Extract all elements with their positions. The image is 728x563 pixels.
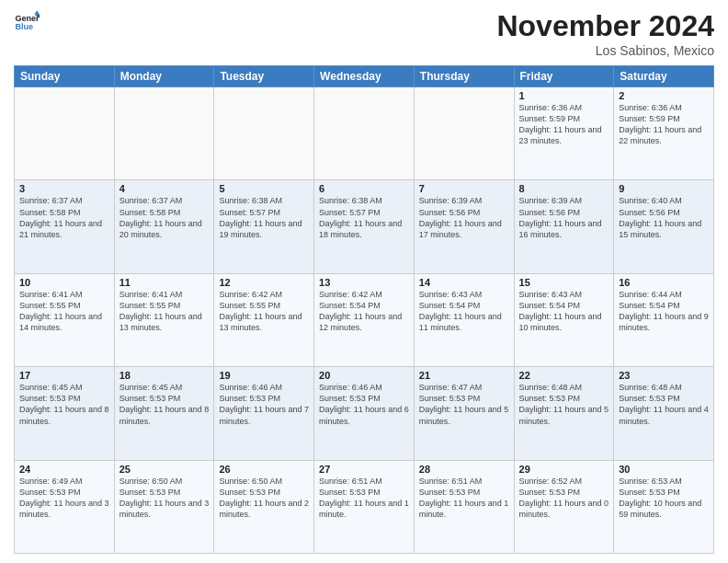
day-number: 7: [419, 183, 509, 194]
col-friday: Friday: [514, 66, 614, 87]
day-info: Sunrise: 6:51 AM Sunset: 5:53 PM Dayligh…: [419, 476, 509, 521]
day-info: Sunrise: 6:48 AM Sunset: 5:53 PM Dayligh…: [619, 382, 709, 427]
calendar-cell-1-5: 8Sunrise: 6:39 AM Sunset: 5:56 PM Daylig…: [514, 180, 614, 273]
calendar-cell-2-5: 15Sunrise: 6:43 AM Sunset: 5:54 PM Dayli…: [514, 273, 614, 366]
page: General Blue November 2024 Los Sabinos, …: [0, 0, 728, 563]
day-number: 14: [419, 277, 509, 288]
day-info: Sunrise: 6:41 AM Sunset: 5:55 PM Dayligh…: [19, 289, 109, 334]
col-wednesday: Wednesday: [314, 66, 415, 87]
calendar-cell-3-3: 20Sunrise: 6:46 AM Sunset: 5:53 PM Dayli…: [314, 367, 415, 460]
logo: General Blue: [14, 9, 40, 35]
day-number: 1: [519, 90, 609, 101]
day-number: 9: [619, 183, 709, 194]
day-number: 30: [619, 464, 709, 475]
day-info: Sunrise: 6:50 AM Sunset: 5:53 PM Dayligh…: [219, 476, 309, 521]
day-number: 10: [19, 277, 109, 288]
calendar-cell-1-2: 5Sunrise: 6:38 AM Sunset: 5:57 PM Daylig…: [214, 180, 314, 273]
calendar-cell-3-1: 18Sunrise: 6:45 AM Sunset: 5:53 PM Dayli…: [114, 367, 214, 460]
day-info: Sunrise: 6:38 AM Sunset: 5:57 PM Dayligh…: [219, 195, 309, 240]
col-monday: Monday: [114, 66, 214, 87]
day-number: 3: [19, 183, 109, 194]
day-number: 25: [119, 464, 210, 475]
calendar-cell-4-4: 28Sunrise: 6:51 AM Sunset: 5:53 PM Dayli…: [414, 460, 514, 553]
day-number: 4: [119, 183, 210, 194]
day-number: 15: [519, 277, 609, 288]
day-number: 21: [419, 370, 509, 381]
day-number: 23: [619, 370, 709, 381]
day-info: Sunrise: 6:45 AM Sunset: 5:53 PM Dayligh…: [119, 382, 210, 427]
day-number: 19: [219, 370, 309, 381]
calendar-cell-1-3: 6Sunrise: 6:38 AM Sunset: 5:57 PM Daylig…: [314, 180, 415, 273]
day-number: 29: [519, 464, 609, 475]
day-number: 22: [519, 370, 609, 381]
day-info: Sunrise: 6:39 AM Sunset: 5:56 PM Dayligh…: [419, 195, 509, 240]
calendar-cell-1-6: 9Sunrise: 6:40 AM Sunset: 5:56 PM Daylig…: [614, 180, 714, 273]
col-saturday: Saturday: [614, 66, 714, 87]
day-number: 2: [619, 90, 709, 101]
day-number: 26: [219, 464, 309, 475]
day-info: Sunrise: 6:46 AM Sunset: 5:53 PM Dayligh…: [219, 382, 309, 427]
calendar-cell-4-5: 29Sunrise: 6:52 AM Sunset: 5:53 PM Dayli…: [514, 460, 614, 553]
day-info: Sunrise: 6:51 AM Sunset: 5:53 PM Dayligh…: [319, 476, 409, 521]
day-info: Sunrise: 6:37 AM Sunset: 5:58 PM Dayligh…: [119, 195, 210, 240]
calendar-cell-3-2: 19Sunrise: 6:46 AM Sunset: 5:53 PM Dayli…: [214, 367, 314, 460]
day-number: 5: [219, 183, 309, 194]
day-number: 8: [519, 183, 609, 194]
day-info: Sunrise: 6:42 AM Sunset: 5:55 PM Dayligh…: [219, 289, 309, 334]
calendar-cell-0-4: [414, 87, 514, 180]
day-info: Sunrise: 6:42 AM Sunset: 5:54 PM Dayligh…: [319, 289, 409, 334]
day-info: Sunrise: 6:38 AM Sunset: 5:57 PM Dayligh…: [319, 195, 409, 240]
calendar-cell-4-2: 26Sunrise: 6:50 AM Sunset: 5:53 PM Dayli…: [214, 460, 314, 553]
calendar-cell-1-0: 3Sunrise: 6:37 AM Sunset: 5:58 PM Daylig…: [15, 180, 115, 273]
day-info: Sunrise: 6:36 AM Sunset: 5:59 PM Dayligh…: [519, 102, 609, 147]
day-info: Sunrise: 6:52 AM Sunset: 5:53 PM Dayligh…: [519, 476, 609, 521]
day-info: Sunrise: 6:41 AM Sunset: 5:55 PM Dayligh…: [119, 289, 210, 334]
calendar-cell-4-0: 24Sunrise: 6:49 AM Sunset: 5:53 PM Dayli…: [15, 460, 115, 553]
day-number: 20: [319, 370, 409, 381]
week-row-4: 24Sunrise: 6:49 AM Sunset: 5:53 PM Dayli…: [15, 460, 714, 553]
day-info: Sunrise: 6:53 AM Sunset: 5:53 PM Dayligh…: [619, 476, 709, 521]
calendar-cell-2-0: 10Sunrise: 6:41 AM Sunset: 5:55 PM Dayli…: [15, 273, 115, 366]
calendar-cell-0-5: 1Sunrise: 6:36 AM Sunset: 5:59 PM Daylig…: [514, 87, 614, 180]
calendar-cell-4-1: 25Sunrise: 6:50 AM Sunset: 5:53 PM Dayli…: [114, 460, 214, 553]
calendar-cell-1-4: 7Sunrise: 6:39 AM Sunset: 5:56 PM Daylig…: [414, 180, 514, 273]
day-info: Sunrise: 6:43 AM Sunset: 5:54 PM Dayligh…: [419, 289, 509, 334]
calendar-cell-0-6: 2Sunrise: 6:36 AM Sunset: 5:59 PM Daylig…: [614, 87, 714, 180]
week-row-0: 1Sunrise: 6:36 AM Sunset: 5:59 PM Daylig…: [15, 87, 714, 180]
day-number: 16: [619, 277, 709, 288]
calendar-cell-0-2: [214, 87, 314, 180]
day-info: Sunrise: 6:44 AM Sunset: 5:54 PM Dayligh…: [619, 289, 709, 334]
header: General Blue November 2024 Los Sabinos, …: [14, 9, 714, 58]
logo-icon: General Blue: [14, 9, 40, 35]
calendar-cell-3-5: 22Sunrise: 6:48 AM Sunset: 5:53 PM Dayli…: [514, 367, 614, 460]
calendar-cell-0-0: [15, 87, 115, 180]
day-info: Sunrise: 6:50 AM Sunset: 5:53 PM Dayligh…: [119, 476, 210, 521]
day-info: Sunrise: 6:48 AM Sunset: 5:53 PM Dayligh…: [519, 382, 609, 427]
day-info: Sunrise: 6:36 AM Sunset: 5:59 PM Dayligh…: [619, 102, 709, 147]
col-thursday: Thursday: [414, 66, 514, 87]
day-number: 17: [19, 370, 109, 381]
week-row-1: 3Sunrise: 6:37 AM Sunset: 5:58 PM Daylig…: [15, 180, 714, 273]
day-number: 6: [319, 183, 409, 194]
calendar-cell-3-6: 23Sunrise: 6:48 AM Sunset: 5:53 PM Dayli…: [614, 367, 714, 460]
calendar-header-row: Sunday Monday Tuesday Wednesday Thursday…: [15, 66, 714, 87]
day-number: 18: [119, 370, 210, 381]
day-number: 28: [419, 464, 509, 475]
calendar-cell-0-3: [314, 87, 415, 180]
calendar-cell-0-1: [114, 87, 214, 180]
svg-marker-2: [34, 10, 40, 14]
calendar-cell-1-1: 4Sunrise: 6:37 AM Sunset: 5:58 PM Daylig…: [114, 180, 214, 273]
day-number: 24: [19, 464, 109, 475]
location: Los Sabinos, Mexico: [496, 43, 714, 58]
day-info: Sunrise: 6:40 AM Sunset: 5:56 PM Dayligh…: [619, 195, 709, 240]
calendar-cell-2-1: 11Sunrise: 6:41 AM Sunset: 5:55 PM Dayli…: [114, 273, 214, 366]
calendar-cell-2-3: 13Sunrise: 6:42 AM Sunset: 5:54 PM Dayli…: [314, 273, 415, 366]
calendar-cell-2-2: 12Sunrise: 6:42 AM Sunset: 5:55 PM Dayli…: [214, 273, 314, 366]
day-info: Sunrise: 6:49 AM Sunset: 5:53 PM Dayligh…: [19, 476, 109, 521]
col-sunday: Sunday: [15, 66, 115, 87]
day-number: 27: [319, 464, 409, 475]
day-number: 11: [119, 277, 210, 288]
day-info: Sunrise: 6:47 AM Sunset: 5:53 PM Dayligh…: [419, 382, 509, 427]
month-title: November 2024: [496, 9, 714, 43]
day-info: Sunrise: 6:37 AM Sunset: 5:58 PM Dayligh…: [19, 195, 109, 240]
